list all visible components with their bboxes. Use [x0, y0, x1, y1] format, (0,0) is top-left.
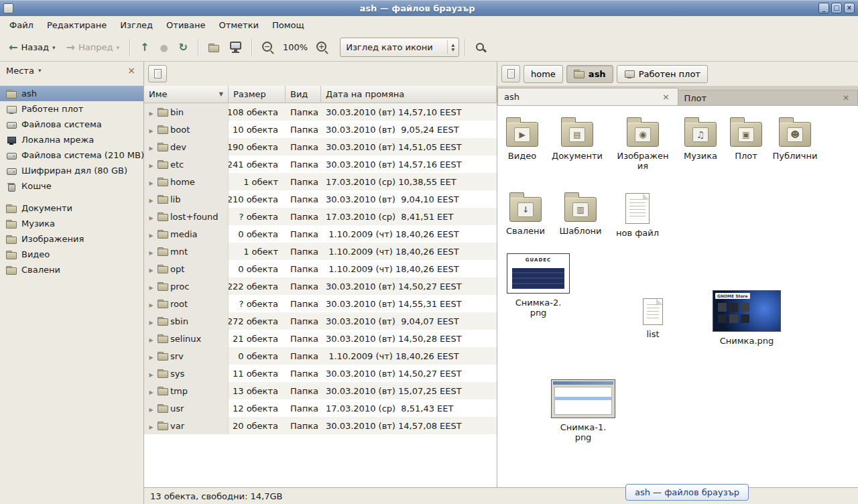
table-row[interactable]: lost+found ? обекта Папка 17.03.2010 (ср…	[144, 208, 497, 225]
icon-view-item[interactable]: GNOME Store Снимка.png	[710, 290, 784, 346]
menu-go[interactable]: Отиване	[160, 17, 212, 33]
location-icon-button[interactable]	[148, 65, 167, 82]
back-button[interactable]: ← Назад ▾	[4, 39, 60, 56]
tab-close-icon[interactable]: ×	[841, 92, 851, 103]
close-button[interactable]: ×	[844, 3, 855, 13]
expander-icon[interactable]	[147, 351, 156, 361]
table-row[interactable]: media 0 обекта Папка 1.10.2009 (чт) 18,4…	[144, 225, 497, 243]
breadcrumb-current[interactable]: ash	[566, 65, 613, 83]
table-row[interactable]: tmp 13 обекта Папка 30.03.2010 (вт) 15,0…	[144, 382, 497, 399]
icon-view-item[interactable]: GUADEC Снимка-2. png	[505, 253, 572, 318]
reload-button[interactable]: ↻	[174, 39, 192, 56]
home-button[interactable]	[204, 39, 224, 56]
expander-icon[interactable]	[147, 264, 156, 274]
sidebar-item[interactable]: Документи	[0, 200, 143, 216]
sidebar-item[interactable]: Шифриран дял (80 GB)	[0, 163, 143, 178]
icon-view-item[interactable]: Видео	[497, 115, 550, 162]
table-row[interactable]: usr 12 обекта Папка 17.03.2010 (ср) 8,51…	[144, 399, 497, 417]
sidebar-mode-select[interactable]: Места ▾	[6, 66, 41, 76]
location-icon-button[interactable]	[501, 65, 520, 82]
expander-icon[interactable]	[147, 229, 156, 239]
table-row[interactable]: dev 190 обекта Папка 30.03.2010 (вт) 14,…	[144, 138, 497, 155]
icon-view-item[interactable]: Шаблони	[552, 190, 609, 237]
expander-icon[interactable]	[147, 107, 156, 117]
column-header-type[interactable]: Вид	[286, 86, 321, 103]
table-row[interactable]: home 1 обект Папка 17.03.2010 (ср) 10,38…	[144, 173, 497, 190]
menu-help[interactable]: Помощ	[265, 17, 311, 33]
table-row[interactable]: sys 11 обекта Папка 30.03.2010 (вт) 14,5…	[144, 365, 497, 382]
table-row[interactable]: var 20 обекта Папка 30.03.2010 (вт) 14,5…	[144, 417, 497, 434]
breadcrumb-home[interactable]: home	[524, 65, 563, 83]
menu-view[interactable]: Изглед	[113, 17, 160, 33]
expander-icon[interactable]	[147, 316, 156, 326]
table-row[interactable]: etc 241 обекта Папка 30.03.2010 (вт) 14,…	[144, 155, 497, 173]
icon-view-item[interactable]: Свалени	[497, 190, 554, 237]
maximize-button[interactable]: □	[831, 3, 842, 13]
expander-icon[interactable]	[147, 142, 156, 152]
expander-icon[interactable]	[147, 160, 156, 170]
table-row[interactable]: mnt 1 обект Папка 1.10.2009 (чт) 18,40,2…	[144, 243, 497, 260]
column-header-name[interactable]: Име ▼	[144, 86, 229, 103]
expander-icon[interactable]	[147, 281, 156, 292]
taskbar-window-button[interactable]: ash — файлов браузър	[625, 484, 749, 501]
sidebar-item[interactable]: Файлова система	[0, 117, 143, 132]
icon-view-item[interactable]: Документи	[549, 115, 605, 162]
expander-icon[interactable]	[147, 299, 156, 309]
column-header-date[interactable]: Дата на промяна	[321, 86, 497, 103]
sidebar-item[interactable]: Кошче	[0, 178, 143, 194]
tab-ash[interactable]: ash ×	[497, 88, 678, 105]
sidebar-close-button[interactable]: ×	[125, 65, 137, 76]
menu-edit[interactable]: Редактиране	[40, 17, 113, 33]
table-row[interactable]: lib 210 обекта Папка 30.03.2010 (вт) 9,0…	[144, 190, 497, 208]
menu-file[interactable]: Файл	[3, 17, 40, 33]
expander-icon[interactable]	[147, 403, 156, 414]
tab-close-icon[interactable]: ×	[661, 92, 672, 103]
expander-icon[interactable]	[147, 212, 156, 222]
expander-icon[interactable]	[147, 194, 156, 204]
back-history-chevron-icon[interactable]: ▾	[52, 44, 56, 51]
table-row[interactable]: sbin 272 обекта Папка 30.03.2010 (вт) 9,…	[144, 312, 497, 330]
forward-history-chevron-icon[interactable]: ▾	[116, 44, 119, 51]
tab-plot[interactable]: Плот ×	[678, 90, 858, 105]
expander-icon[interactable]	[147, 421, 156, 431]
table-row[interactable]: opt 0 обекта Папка 1.10.2009 (чт) 18,40,…	[144, 260, 497, 277]
icon-view-item[interactable]: Изображен ия	[615, 115, 671, 172]
table-row[interactable]: srv 0 обекта Папка 1.10.2009 (чт) 18,40,…	[144, 347, 497, 365]
column-header-size[interactable]: Размер	[229, 86, 286, 103]
expander-icon[interactable]	[147, 177, 156, 187]
expander-icon[interactable]	[147, 386, 156, 396]
zoom-out-button[interactable]	[257, 38, 279, 57]
computer-button[interactable]	[225, 38, 246, 56]
expander-icon[interactable]	[147, 334, 156, 344]
forward-button[interactable]: → Напред ▾	[62, 39, 124, 56]
window-icon[interactable]	[3, 3, 13, 13]
sidebar-item[interactable]: Видео	[0, 247, 143, 262]
sidebar-item[interactable]: Изображения	[0, 231, 143, 247]
icon-view-item[interactable]: list	[625, 298, 681, 340]
table-row[interactable]: selinux 21 обекта Папка 30.03.2010 (вт) …	[144, 330, 497, 347]
sidebar-item[interactable]: Музика	[0, 216, 143, 231]
stop-button[interactable]: ●	[155, 40, 172, 56]
view-mode-select[interactable]: Изглед като икони ▲▼	[340, 38, 459, 57]
menu-bookmarks[interactable]: Отметки	[212, 17, 265, 33]
table-row[interactable]: root ? обекта Папка 30.03.2010 (вт) 14,5…	[144, 295, 497, 312]
table-row[interactable]: bin 108 обекта Папка 30.03.2010 (вт) 14,…	[144, 103, 497, 121]
expander-icon[interactable]	[147, 247, 156, 257]
sidebar-item[interactable]: Свалени	[0, 262, 143, 277]
sidebar-item[interactable]: Файлова система (210 MB)	[0, 147, 143, 163]
search-button[interactable]	[471, 39, 491, 56]
icon-view-item[interactable]: Публични	[767, 115, 823, 162]
icon-view-item[interactable]: нов файл	[609, 192, 666, 239]
breadcrumb-desktop[interactable]: Работен плот	[617, 65, 708, 83]
sidebar-item[interactable]: ash	[0, 86, 143, 101]
zoom-in-button[interactable]	[312, 38, 333, 57]
icon-view-item[interactable]: Снимка-1. png	[550, 379, 617, 443]
expander-icon[interactable]	[147, 125, 156, 135]
up-button[interactable]: ↑	[135, 39, 154, 56]
icon-view-item[interactable]: Плот	[718, 115, 774, 162]
expander-icon[interactable]	[147, 369, 156, 379]
sidebar-item[interactable]: Работен плот	[0, 101, 143, 117]
table-row[interactable]: proc 222 обекта Папка 30.03.2010 (вт) 14…	[144, 277, 497, 295]
sidebar-item[interactable]: Локална мрежа	[0, 132, 143, 147]
minimize-button[interactable]: _	[818, 3, 829, 13]
